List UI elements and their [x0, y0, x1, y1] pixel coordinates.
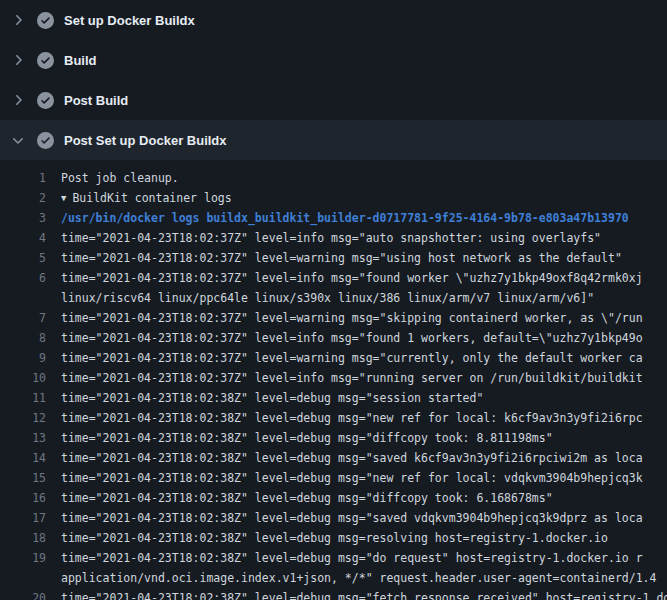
log-text: time="2021-04-23T18:02:38Z" level=debug …	[61, 528, 608, 548]
log-container[interactable]: 1 Post job cleanup. 2 ▼BuildKit containe…	[0, 160, 667, 600]
log-group-header[interactable]: 2 ▼BuildKit container logs	[0, 188, 667, 208]
step-header-post-build[interactable]: Post Build	[0, 80, 667, 120]
log-line: 16 time="2021-04-23T18:02:38Z" level=deb…	[0, 488, 667, 508]
log-line: 5 time="2021-04-23T18:02:37Z" level=warn…	[0, 248, 667, 268]
chevron-right-icon[interactable]	[10, 52, 26, 68]
line-number: 19	[0, 548, 46, 568]
log-line-continuation: application/vnd.oci.image.index.v1+json,…	[0, 568, 667, 588]
line-number: 3	[0, 208, 46, 228]
log-line: 14 time="2021-04-23T18:02:38Z" level=deb…	[0, 448, 667, 468]
log-group-collapse-icon[interactable]: ▼	[61, 188, 66, 208]
log-line: 9 time="2021-04-23T18:02:37Z" level=warn…	[0, 348, 667, 368]
log-line: 18 time="2021-04-23T18:02:38Z" level=deb…	[0, 528, 667, 548]
step-title: Post Build	[64, 93, 128, 108]
line-number: 10	[0, 368, 46, 388]
line-number: 2	[0, 188, 46, 208]
log-text: time="2021-04-23T18:02:37Z" level=warnin…	[61, 248, 622, 268]
step-list: Set up Docker Buildx Build Post Build	[0, 0, 667, 160]
log-line: 20 time="2021-04-23T18:02:38Z" level=deb…	[0, 588, 667, 600]
line-number: 8	[0, 328, 46, 348]
line-number: 5	[0, 248, 46, 268]
line-number: 12	[0, 408, 46, 428]
log-text: time="2021-04-23T18:02:37Z" level=info m…	[61, 268, 643, 288]
line-number	[0, 288, 46, 308]
log-line: 1 Post job cleanup.	[0, 168, 667, 188]
check-circle-icon	[37, 132, 54, 149]
log-line: 13 time="2021-04-23T18:02:38Z" level=deb…	[0, 428, 667, 448]
log-text: time="2021-04-23T18:02:38Z" level=debug …	[61, 388, 483, 408]
line-number: 18	[0, 528, 46, 548]
line-number: 6	[0, 268, 46, 288]
step-title: Post Set up Docker Buildx	[64, 133, 227, 148]
log-text: time="2021-04-23T18:02:38Z" level=debug …	[61, 588, 667, 600]
log-text: Post job cleanup.	[61, 168, 179, 188]
log-text: time="2021-04-23T18:02:38Z" level=debug …	[61, 428, 553, 448]
line-number: 20	[0, 588, 46, 600]
log-line: 4 time="2021-04-23T18:02:37Z" level=info…	[0, 228, 667, 248]
log-text: time="2021-04-23T18:02:38Z" level=debug …	[61, 488, 553, 508]
step-header-post-set-up-docker-buildx[interactable]: Post Set up Docker Buildx	[0, 120, 667, 160]
log-line-continuation: linux/riscv64 linux/ppc64le linux/s390x …	[0, 288, 667, 308]
line-number: 7	[0, 308, 46, 328]
log-line: 11 time="2021-04-23T18:02:38Z" level=deb…	[0, 388, 667, 408]
log-text: linux/riscv64 linux/ppc64le linux/s390x …	[61, 288, 594, 308]
chevron-down-icon[interactable]	[10, 132, 26, 148]
step-title: Build	[64, 53, 97, 68]
log-line: 12 time="2021-04-23T18:02:38Z" level=deb…	[0, 408, 667, 428]
line-number: 9	[0, 348, 46, 368]
log-text: time="2021-04-23T18:02:38Z" level=debug …	[61, 508, 643, 528]
log-text: time="2021-04-23T18:02:37Z" level=info m…	[61, 328, 643, 348]
actions-log-viewer: Set up Docker Buildx Build Post Build	[0, 0, 667, 600]
line-number: 4	[0, 228, 46, 248]
log-text: time="2021-04-23T18:02:37Z" level=info m…	[61, 368, 643, 388]
log-text: /usr/bin/docker logs buildx_buildkit_bui…	[61, 208, 629, 228]
log-command-line: 3 /usr/bin/docker logs buildx_buildkit_b…	[0, 208, 667, 228]
log-line: 8 time="2021-04-23T18:02:37Z" level=info…	[0, 328, 667, 348]
check-circle-icon	[37, 92, 54, 109]
line-number: 13	[0, 428, 46, 448]
line-number: 11	[0, 388, 46, 408]
line-number	[0, 568, 46, 588]
step-header-build[interactable]: Build	[0, 40, 667, 80]
check-circle-icon	[37, 52, 54, 69]
line-number: 16	[0, 488, 46, 508]
log-text: application/vnd.oci.image.index.v1+json,…	[61, 568, 656, 588]
step-header-set-up-docker-buildx[interactable]: Set up Docker Buildx	[0, 0, 667, 40]
log-text: time="2021-04-23T18:02:37Z" level=info m…	[61, 228, 601, 248]
log-text: time="2021-04-23T18:02:38Z" level=debug …	[61, 548, 643, 568]
log-line: 19 time="2021-04-23T18:02:38Z" level=deb…	[0, 548, 667, 568]
line-number: 14	[0, 448, 46, 468]
log-line: 6 time="2021-04-23T18:02:37Z" level=info…	[0, 268, 667, 288]
log-line: 17 time="2021-04-23T18:02:38Z" level=deb…	[0, 508, 667, 528]
line-number: 1	[0, 168, 46, 188]
log-text: time="2021-04-23T18:02:37Z" level=warnin…	[61, 348, 643, 368]
log-group-title: BuildKit container logs	[72, 191, 231, 205]
log-line: 10 time="2021-04-23T18:02:37Z" level=inf…	[0, 368, 667, 388]
log-text: time="2021-04-23T18:02:38Z" level=debug …	[61, 408, 643, 428]
chevron-right-icon[interactable]	[10, 92, 26, 108]
chevron-right-icon[interactable]	[10, 12, 26, 28]
log-text: time="2021-04-23T18:02:38Z" level=debug …	[61, 448, 643, 468]
line-number: 15	[0, 468, 46, 488]
log-text: time="2021-04-23T18:02:38Z" level=debug …	[61, 468, 643, 488]
log-text: ▼BuildKit container logs	[61, 188, 232, 208]
check-circle-icon	[37, 12, 54, 29]
line-number: 17	[0, 508, 46, 528]
log-line: 7 time="2021-04-23T18:02:37Z" level=warn…	[0, 308, 667, 328]
step-title: Set up Docker Buildx	[64, 13, 195, 28]
log-line: 15 time="2021-04-23T18:02:38Z" level=deb…	[0, 468, 667, 488]
log-text: time="2021-04-23T18:02:37Z" level=warnin…	[61, 308, 643, 328]
